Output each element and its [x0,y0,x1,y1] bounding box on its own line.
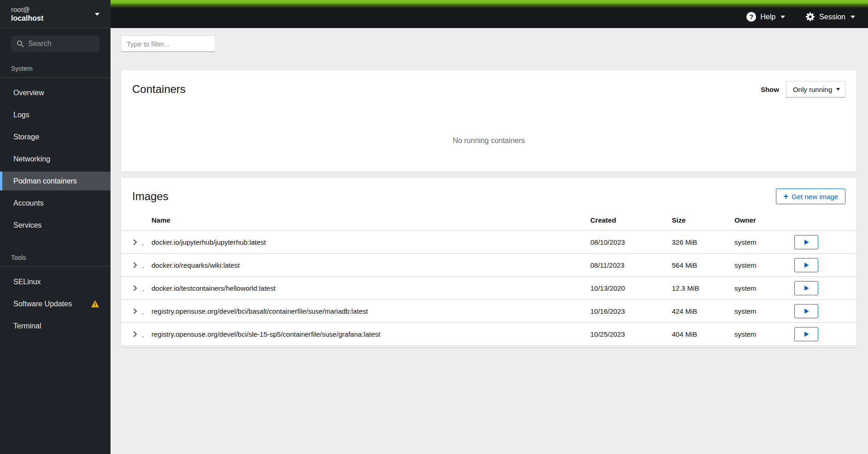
sidebar-item-selinux[interactable]: SELinux [0,272,111,291]
run-image-button[interactable] [794,281,818,295]
image-name: docker.io/testcontainers/helloworld:late… [144,277,583,300]
search-input[interactable] [28,40,94,48]
main-area: ? Help Session [111,0,868,454]
help-menu[interactable]: ? Help [746,12,785,22]
session-menu[interactable]: Session [805,12,855,22]
containers-filter-value: Only running [793,86,832,93]
containers-card: Containers Show Only running No running … [121,70,856,172]
expand-row-button[interactable] [128,283,142,293]
images-table-header: Name Created Size Owner [121,213,856,231]
image-created: 10/25/2023 [583,323,664,346]
image-owner: system [727,300,787,323]
sidebar-item-overview[interactable]: Overview [0,83,111,102]
sidebar-item-podman-containers[interactable]: Podman containers [0,172,111,190]
image-created: 08/11/2023 [583,254,664,277]
gear-icon [805,12,815,22]
masthead: ? Help Session [111,0,868,28]
sidebar-item-software-updates[interactable]: Software Updates [0,294,111,313]
search-icon [17,40,24,47]
caret-down-icon [95,13,99,16]
host-switcher[interactable]: root@ localhost [0,0,111,28]
sidebar-item-label: Overview [13,89,44,97]
run-image-button[interactable] [794,235,818,249]
nav-section-title: Tools [0,249,111,267]
run-image-button[interactable] [794,327,818,341]
sidebar-item-label: Terminal [13,322,41,330]
get-new-image-label: Get new image [792,193,838,201]
play-icon [804,285,810,291]
image-created: 10/16/2023 [583,300,664,323]
sidebar-item-terminal[interactable]: Terminal [0,316,111,335]
images-table: Name Created Size Owner docker.io/jupyte… [121,213,856,346]
image-name: docker.io/requarks/wiki:latest [144,254,583,277]
image-size: 424 MiB [664,300,727,323]
play-icon [804,262,810,268]
sidebar-item-label: Podman containers [13,177,77,185]
table-row: registry.opensuse.org/devel/bci/sle-15-s… [121,323,856,346]
play-icon [804,239,810,245]
caret-down-icon [781,16,785,18]
expand-row-button[interactable] [128,306,142,316]
sidebar-item-label: Software Updates [13,300,72,308]
help-label: Help [760,13,775,21]
sidebar-item-label: Services [13,221,41,230]
sidebar-nav: System Overview Logs Storage Networking … [0,58,111,339]
images-card: Images + Get new image Name Created Size [121,178,856,347]
image-size: 564 MiB [664,254,727,277]
nav-section-title: System [0,60,111,78]
containers-empty-message: No running containers [453,125,525,145]
expand-row-button[interactable] [128,260,142,270]
sidebar-item-storage[interactable]: Storage [0,127,111,146]
plus-icon: + [783,192,788,201]
image-owner: system [727,277,787,300]
filter-input[interactable] [121,35,215,52]
image-name: registry.opensuse.org/devel/bci/sle-15-s… [144,323,583,346]
host-user: root@ [11,6,43,14]
run-image-button[interactable] [794,304,818,318]
sidebar-search[interactable] [11,35,99,52]
warning-icon [91,300,99,308]
col-created: Created [583,213,664,231]
col-name: Name [144,213,583,231]
image-name: docker.io/jupyterhub/jupyterhub:latest [144,231,583,254]
image-size: 12.3 MiB [664,277,727,300]
image-owner: system [727,254,787,277]
images-title: Images [132,190,169,203]
play-icon [804,308,810,314]
expand-row-button[interactable] [128,329,142,339]
col-owner: Owner [727,213,787,231]
containers-title: Containers [132,83,186,96]
table-row: docker.io/requarks/wiki:latest 08/11/202… [121,254,856,277]
sidebar-item-services[interactable]: Services [0,216,111,235]
image-created: 08/10/2023 [583,231,664,254]
containers-filter-select[interactable]: Only running [786,81,845,98]
image-size: 326 MiB [664,231,727,254]
image-owner: system [727,231,787,254]
sidebar-item-networking[interactable]: Networking [0,149,111,168]
table-row: registry.opensuse.org/devel/bci/basalt/c… [121,300,856,323]
show-label: Show [761,86,779,93]
image-owner: system [727,323,787,346]
sidebar-item-label: Accounts [13,199,44,207]
run-image-button[interactable] [794,258,818,272]
help-icon: ? [746,12,756,22]
host-name: localhost [11,14,43,23]
sidebar-item-accounts[interactable]: Accounts [0,194,111,213]
session-label: Session [819,13,845,21]
sidebar-item-label: SELinux [13,278,41,286]
page-content: Containers Show Only running No running … [111,28,868,454]
image-created: 10/13/2020 [583,277,664,300]
image-size: 404 MiB [664,323,727,346]
col-size: Size [664,213,727,231]
get-new-image-button[interactable]: + Get new image [776,189,845,204]
table-row: docker.io/testcontainers/helloworld:late… [121,277,856,300]
sidebar-item-label: Storage [13,133,39,141]
expand-row-button[interactable] [128,237,142,247]
sidebar-item-logs[interactable]: Logs [0,105,111,124]
play-icon [804,331,810,337]
sidebar: root@ localhost System Overview Logs Sto… [0,0,111,454]
caret-down-icon [851,16,855,18]
sidebar-item-label: Logs [13,111,29,119]
image-name: registry.opensuse.org/devel/bci/basalt/c… [144,300,583,323]
caret-down-icon [836,88,840,90]
